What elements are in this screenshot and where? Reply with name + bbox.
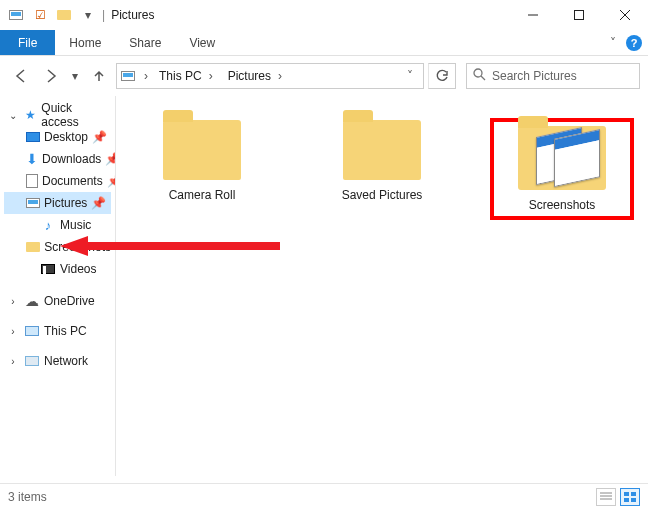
folder-icon bbox=[26, 239, 40, 255]
nav-onedrive[interactable]: › ☁ OneDrive bbox=[4, 290, 111, 312]
window-title: Pictures bbox=[111, 8, 154, 22]
qat-properties-icon[interactable]: ☑ bbox=[32, 7, 48, 23]
title-separator: | bbox=[102, 8, 105, 22]
breadcrumb-current[interactable]: Pictures› bbox=[224, 69, 291, 83]
svg-rect-13 bbox=[631, 498, 636, 502]
svg-rect-1 bbox=[575, 11, 584, 20]
navigation-pane[interactable]: ⌄ ★ Quick access Desktop 📌 ⬇ Downloads 📌… bbox=[0, 96, 116, 476]
chevron-right-icon[interactable]: › bbox=[6, 296, 20, 307]
title-bar: ☑ ▾ | Pictures bbox=[0, 0, 648, 30]
search-box[interactable]: Search Pictures bbox=[466, 63, 640, 89]
chevron-right-icon[interactable]: › bbox=[273, 69, 287, 83]
nav-item-pictures[interactable]: Pictures 📌 bbox=[4, 192, 111, 214]
music-icon: ♪ bbox=[40, 217, 56, 233]
nav-label: Downloads bbox=[42, 152, 101, 166]
pin-icon: 📌 bbox=[91, 196, 106, 210]
nav-label: Screenshots bbox=[44, 240, 111, 254]
refresh-button[interactable] bbox=[428, 63, 456, 89]
nav-label: Desktop bbox=[44, 130, 88, 144]
pictures-icon bbox=[26, 195, 40, 211]
chevron-right-icon[interactable]: › bbox=[204, 69, 218, 83]
pictures-icon bbox=[8, 7, 24, 23]
nav-label: Pictures bbox=[44, 196, 87, 210]
nav-label: Music bbox=[60, 218, 91, 232]
help-icon[interactable]: ? bbox=[626, 35, 642, 51]
item-label: Saved Pictures bbox=[342, 188, 423, 202]
breadcrumb-current-label: Pictures bbox=[228, 69, 271, 83]
qat-newfolder-icon[interactable] bbox=[56, 7, 72, 23]
desktop-icon bbox=[26, 129, 40, 145]
recent-locations-button[interactable]: ▾ bbox=[68, 63, 82, 89]
tab-home[interactable]: Home bbox=[55, 30, 115, 55]
pin-icon: 📌 bbox=[105, 152, 116, 166]
breadcrumb-root[interactable]: This PC› bbox=[155, 69, 222, 83]
content-area[interactable]: Camera Roll Saved Pictures Screenshots bbox=[116, 96, 648, 476]
ribbon-expand-icon[interactable]: ˅ bbox=[610, 36, 616, 50]
item-label: Camera Roll bbox=[169, 188, 236, 202]
status-bar: 3 items bbox=[0, 483, 648, 509]
qat-customize-icon[interactable]: ▾ bbox=[80, 7, 96, 23]
nav-label: This PC bbox=[44, 324, 87, 338]
pin-icon: 📌 bbox=[107, 174, 116, 188]
file-tab[interactable]: File bbox=[0, 30, 55, 55]
download-icon: ⬇ bbox=[26, 151, 38, 167]
nav-network[interactable]: › Network bbox=[4, 350, 111, 372]
svg-rect-11 bbox=[631, 492, 636, 496]
nav-label: Quick access bbox=[41, 101, 111, 129]
maximize-button[interactable] bbox=[556, 0, 602, 30]
forward-button[interactable] bbox=[38, 63, 64, 89]
folder-icon bbox=[343, 120, 421, 180]
back-button[interactable] bbox=[8, 63, 34, 89]
document-icon bbox=[26, 173, 38, 189]
nav-item-downloads[interactable]: ⬇ Downloads 📌 bbox=[4, 148, 111, 170]
view-details-button[interactable] bbox=[596, 488, 616, 506]
nav-item-desktop[interactable]: Desktop 📌 bbox=[4, 126, 111, 148]
quick-access-star-icon: ★ bbox=[24, 108, 38, 122]
minimize-button[interactable] bbox=[510, 0, 556, 30]
svg-line-5 bbox=[481, 76, 485, 80]
up-button[interactable] bbox=[86, 63, 112, 89]
nav-quick-access[interactable]: ⌄ ★ Quick access bbox=[4, 104, 111, 126]
nav-label: OneDrive bbox=[44, 294, 95, 308]
tab-share[interactable]: Share bbox=[115, 30, 175, 55]
video-icon bbox=[40, 261, 56, 277]
nav-label: Videos bbox=[60, 262, 96, 276]
nav-this-pc[interactable]: › This PC bbox=[4, 320, 111, 342]
nav-item-music[interactable]: ♪ Music bbox=[4, 214, 111, 236]
nav-item-screenshots[interactable]: Screenshots bbox=[4, 236, 111, 258]
navigation-row: ▾ › This PC› Pictures› ˅ Search Pictures bbox=[0, 56, 648, 96]
item-label: Screenshots bbox=[529, 198, 596, 212]
status-count: 3 items bbox=[8, 490, 47, 504]
nav-label: Network bbox=[44, 354, 88, 368]
cloud-icon: ☁ bbox=[24, 293, 40, 309]
address-root-chevron-icon[interactable]: › bbox=[139, 69, 153, 83]
svg-rect-10 bbox=[624, 492, 629, 496]
folder-item[interactable]: Camera Roll bbox=[132, 120, 272, 202]
svg-point-4 bbox=[474, 69, 482, 77]
nav-item-documents[interactable]: Documents 📌 bbox=[4, 170, 111, 192]
folder-icon bbox=[163, 120, 241, 180]
tab-view[interactable]: View bbox=[175, 30, 229, 55]
nav-label: Documents bbox=[42, 174, 103, 188]
view-thumbnails-button[interactable] bbox=[620, 488, 640, 506]
search-placeholder: Search Pictures bbox=[492, 69, 577, 83]
chevron-right-icon[interactable]: › bbox=[6, 326, 20, 337]
search-icon bbox=[473, 68, 486, 84]
location-pictures-icon bbox=[119, 67, 137, 85]
breadcrumb-root-label: This PC bbox=[159, 69, 202, 83]
address-history-chevron-icon[interactable]: ˅ bbox=[403, 69, 417, 83]
folder-item[interactable]: Saved Pictures bbox=[312, 120, 452, 202]
folder-item-highlighted[interactable]: Screenshots bbox=[492, 120, 632, 218]
chevron-down-icon[interactable]: ⌄ bbox=[6, 110, 20, 121]
pc-icon bbox=[24, 323, 40, 339]
pin-icon: 📌 bbox=[92, 130, 107, 144]
svg-rect-12 bbox=[624, 498, 629, 502]
close-button[interactable] bbox=[602, 0, 648, 30]
chevron-right-icon[interactable]: › bbox=[6, 356, 20, 367]
folder-preview-icon bbox=[518, 126, 606, 190]
network-icon bbox=[24, 353, 40, 369]
nav-item-videos[interactable]: Videos bbox=[4, 258, 111, 280]
ribbon: File Home Share View ˅ ? bbox=[0, 30, 648, 56]
address-bar[interactable]: › This PC› Pictures› ˅ bbox=[116, 63, 424, 89]
